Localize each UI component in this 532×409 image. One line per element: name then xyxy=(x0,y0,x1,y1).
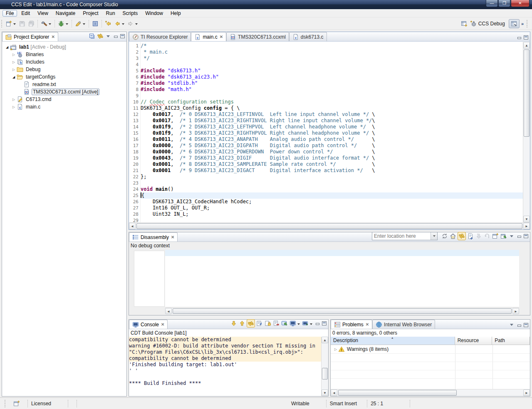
expander-icon[interactable]: ◢ xyxy=(11,75,16,79)
problems-row-warnings-group[interactable]: ▷Warnings (8 items) xyxy=(331,345,530,353)
maximize-button[interactable]: ❐ xyxy=(498,0,510,7)
scroll-up-icon[interactable]: ▲ xyxy=(523,42,530,49)
debug-bug-button[interactable] xyxy=(57,19,70,28)
code-line[interactable]: 0x01f9, /* 3 DSK6713_AIC23_RIGHTHPVOL Ri… xyxy=(141,130,530,136)
step-return-button[interactable] xyxy=(483,232,491,240)
code-line[interactable] xyxy=(141,62,530,68)
code-editor[interactable]: 1234567891011121314151617181920212223242… xyxy=(129,42,530,222)
editor-vertical-scrollbar[interactable]: ▲ ▼ xyxy=(523,42,530,222)
disassembly-content[interactable] xyxy=(165,250,519,307)
toolbar-grip[interactable] xyxy=(1,20,3,27)
dropdown-arrow-icon[interactable] xyxy=(49,23,51,26)
menu-window[interactable]: Window xyxy=(142,10,166,17)
expander-icon[interactable]: ◢ xyxy=(5,45,10,49)
problems-horizontal-scrollbar[interactable]: ◄ ► xyxy=(331,389,530,396)
code-line[interactable]: #include "stdlib.h" xyxy=(141,80,530,86)
close-icon[interactable]: ✕ xyxy=(51,34,54,39)
menu-edit[interactable]: Edit xyxy=(18,10,33,17)
status-view-icon[interactable] xyxy=(13,400,20,407)
scroll-right-icon[interactable]: ► xyxy=(512,308,519,314)
new-view-button[interactable] xyxy=(492,232,499,240)
minimize-editor-icon[interactable] xyxy=(517,35,522,39)
combo-dropdown-icon[interactable] xyxy=(431,232,437,240)
code-line[interactable]: /* xyxy=(141,43,530,49)
maximize-editor-icon[interactable] xyxy=(524,35,528,39)
swap-console-button[interactable] xyxy=(247,319,255,328)
scrollbar-thumb[interactable] xyxy=(338,390,457,396)
code-line[interactable]: 0x0043, /* 7 DSK6713_AIC23_DIGIF Digital… xyxy=(141,155,530,161)
prev-annotation-button[interactable] xyxy=(238,320,246,327)
maximize-view-icon[interactable] xyxy=(322,321,327,325)
column-header-path[interactable]: Path xyxy=(492,337,530,345)
editor-tab-dsk6713-c[interactable]: cdsk6713.c xyxy=(289,32,327,41)
close-icon[interactable]: ✕ xyxy=(161,322,164,327)
show-source-button[interactable] xyxy=(467,232,474,240)
code-line[interactable]: 0x0001 /* 9 DSK6713_AIC23_DIGACT Digital… xyxy=(141,168,530,174)
expander-icon[interactable]: ▷ xyxy=(11,105,16,109)
menu-run[interactable]: Run xyxy=(103,10,119,17)
code-line[interactable]: DSK6713_AIC23_CodecHandle hCodec; xyxy=(141,199,530,205)
home-button[interactable] xyxy=(449,232,457,240)
tab-internal-web-browser[interactable]: Internal Web Browser xyxy=(372,320,435,329)
scroll-left-icon[interactable]: ◄ xyxy=(165,308,172,314)
expander-icon[interactable]: ▷ xyxy=(333,347,338,351)
maximize-view-icon[interactable] xyxy=(524,234,528,238)
tree-item-binaries[interactable]: ▷101Binaries xyxy=(2,51,126,58)
next-annotation-button[interactable] xyxy=(230,320,238,327)
menu-scripts[interactable]: Scripts xyxy=(119,10,141,17)
tab-console[interactable]: Console ✕ xyxy=(129,320,168,329)
view-menu-icon[interactable] xyxy=(510,324,513,328)
menu-project[interactable]: Project xyxy=(79,10,101,17)
code-line[interactable]: 0x0011, /* 4 DSK6713_AIC23_ANAPATH Analo… xyxy=(141,136,530,143)
minimize-view-icon[interactable] xyxy=(517,323,522,327)
tree-item-debug[interactable]: ▷Debug xyxy=(2,66,126,73)
open-console-button[interactable] xyxy=(302,320,313,327)
column-header-resource[interactable]: Resource xyxy=(455,337,492,345)
code-line[interactable]: #include "math.h" xyxy=(141,86,530,93)
clear-console-button[interactable] xyxy=(272,320,280,327)
code-area[interactable]: /* * main.c */#include "dsk6713.h"#inclu… xyxy=(141,42,530,222)
dropdown-arrow-icon[interactable] xyxy=(135,23,138,26)
editor-tab-tms320c6713-ccxml[interactable]: TMS320C6713.ccxml xyxy=(226,32,289,41)
dropdown-arrow-icon[interactable] xyxy=(122,23,124,26)
tab-project-explorer[interactable]: Project Explorer ✕ xyxy=(2,32,58,41)
code-line[interactable]: 0x0001, /* 8 DSK6713_AIC23_SAMPLERATE Sa… xyxy=(141,161,530,168)
scrollbar-thumb[interactable] xyxy=(173,308,512,314)
expander-icon[interactable]: ▷ xyxy=(11,53,16,57)
scroll-lock-button[interactable] xyxy=(264,320,272,327)
code-line[interactable]: 0x0017, /* 0 DSK6713_AIC23_LEFTINVOL Lef… xyxy=(141,111,530,118)
scroll-down-icon[interactable]: ▼ xyxy=(322,389,328,396)
close-icon[interactable]: ✕ xyxy=(366,322,369,327)
tree-item-c6713-cmd[interactable]: ▷C6713.cmd xyxy=(2,96,126,103)
display-console-button[interactable] xyxy=(289,320,301,327)
code-line[interactable]: void main() xyxy=(141,186,530,192)
scroll-down-icon[interactable]: ▼ xyxy=(523,216,530,222)
minimize-view-icon[interactable] xyxy=(315,321,320,325)
console-output[interactable]: compatibility cannot be determinedwarnin… xyxy=(129,337,321,396)
minimize-view-icon[interactable] xyxy=(114,34,118,38)
dropdown-arrow-icon[interactable] xyxy=(13,23,16,26)
editor-tab-main-c[interactable]: cmain.c✕ xyxy=(191,32,226,41)
maximize-view-icon[interactable] xyxy=(524,323,528,327)
close-icon[interactable]: ✕ xyxy=(220,34,223,39)
tree-item-tms320c6713-ccxml-active[interactable]: TMS320C6713.ccxml [Active] xyxy=(2,88,126,96)
editor-horizontal-scrollbar[interactable]: ◄ ► xyxy=(129,222,530,229)
code-line[interactable]: * main.c xyxy=(141,49,530,55)
expander-icon[interactable]: ▷ xyxy=(11,60,16,64)
link-with-editor-button[interactable] xyxy=(97,32,104,40)
tab-problems[interactable]: Problems ✕ xyxy=(331,320,372,329)
maximize-view-icon[interactable] xyxy=(120,34,125,38)
code-line[interactable]: // Codec configuration settings xyxy=(141,99,530,105)
code-line[interactable]: }; xyxy=(141,174,530,180)
perspective-grip[interactable] xyxy=(527,20,528,27)
save-button[interactable] xyxy=(17,19,27,28)
scroll-left-icon[interactable]: ◄ xyxy=(331,389,337,396)
expander-icon[interactable]: ▷ xyxy=(11,98,16,101)
ccs-edit-perspective-button[interactable] xyxy=(509,19,520,28)
code-line[interactable] xyxy=(141,93,530,99)
last-edit-location-button[interactable] xyxy=(104,19,113,28)
code-line[interactable]: #include "dsk6713.h" xyxy=(141,68,530,74)
code-line[interactable]: Uint32 IN_L; xyxy=(141,211,530,217)
flash-button[interactable] xyxy=(74,19,87,28)
location-combo[interactable] xyxy=(372,232,438,240)
